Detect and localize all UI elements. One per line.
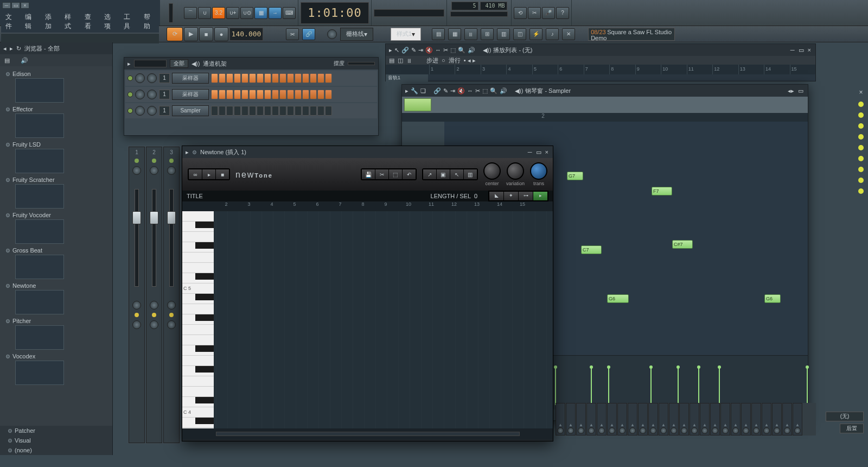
browser-footer-(none)[interactable]: (none) (0, 445, 112, 455)
tool-typing-kbd-icon[interactable]: ⌨ (283, 7, 296, 19)
note[interactable]: G6 (607, 294, 629, 303)
nt-min-icon[interactable]: ─ (527, 149, 533, 156)
step-button[interactable] (287, 73, 294, 83)
stop-button[interactable]: ■ (199, 27, 213, 41)
browser-thumb[interactable] (15, 219, 64, 244)
view-browser-icon[interactable]: ▥ (497, 28, 510, 40)
browser-item-Effector[interactable]: Effector (4, 105, 108, 113)
playlist-menu-icon[interactable]: ▸ (389, 47, 392, 54)
playlist-close-icon[interactable]: × (807, 47, 812, 54)
browser-item-Edison[interactable]: Edison (4, 70, 108, 78)
mix-insert-23[interactable]: ▲ (793, 403, 802, 436)
velocity-bar[interactable] (719, 367, 720, 405)
undo-history-icon[interactable]: ⟲ (514, 7, 527, 19)
playlist-tool-zoom-icon[interactable]: 🔍 (458, 47, 465, 54)
play-button[interactable]: ▶ (184, 27, 198, 41)
nt-tab-2[interactable]: ✦ (504, 192, 518, 200)
nt-piano-key[interactable] (182, 345, 214, 356)
playlist-tool-mute-icon[interactable]: 🔇 (425, 47, 433, 54)
view-pianoroll-icon[interactable]: ▦ (448, 28, 461, 40)
track-header[interactable]: 音轨1 (386, 74, 428, 82)
channel-name[interactable]: Sampler (172, 105, 209, 116)
cut-icon[interactable]: ✂ (528, 7, 541, 19)
mix-insert-14[interactable]: ▲ (700, 403, 710, 436)
browser-collapse-icon[interactable]: ▤ (4, 57, 10, 64)
close-windows-icon[interactable]: ✕ (562, 28, 575, 40)
step-button[interactable] (257, 73, 264, 83)
pr-tool-mute-icon[interactable]: 🔇 (457, 87, 465, 94)
browser-back-icon[interactable]: ◂ (3, 45, 7, 52)
channel-led[interactable] (127, 75, 133, 81)
nt-knob-trans[interactable] (530, 162, 547, 180)
pr-min-icon[interactable]: ◂▸ (787, 87, 795, 94)
browser-refresh-icon[interactable]: ↻ (16, 45, 21, 52)
track-fader[interactable] (169, 189, 174, 287)
pr-tool-zoom-icon[interactable]: 🔍 (490, 87, 497, 94)
track-fader[interactable] (152, 189, 156, 287)
step-button[interactable] (317, 90, 324, 99)
playlist-tool-slice-icon[interactable]: ✂ (443, 47, 448, 54)
step-button[interactable] (226, 73, 233, 83)
tool-countdown-icon[interactable]: ∪⊙ (240, 7, 253, 19)
step-button[interactable] (302, 90, 309, 99)
browser-item-Vocodex[interactable]: Vocodex (4, 352, 108, 361)
step-button[interactable] (317, 73, 324, 83)
nt-knob-center[interactable] (483, 162, 501, 180)
browser-thumb[interactable] (15, 361, 64, 385)
pr-max-icon[interactable]: ▭ (797, 87, 805, 94)
browser-thumb[interactable] (15, 255, 64, 279)
mix-insert-0[interactable]: ▲ (556, 403, 565, 436)
step-button[interactable] (226, 106, 233, 116)
step-button[interactable] (264, 106, 271, 116)
mix-insert-21[interactable]: ▲ (772, 403, 782, 436)
velocity-bar[interactable] (678, 367, 679, 405)
nt-save-icon[interactable]: 💾 (362, 169, 375, 179)
nt-max-icon[interactable]: ▭ (535, 149, 542, 156)
pr-tool-select-icon[interactable]: ⬚ (482, 87, 488, 94)
mix-insert-5[interactable]: ▲ (607, 403, 617, 436)
snap-knob[interactable] (327, 29, 337, 39)
tool-magnet-icon[interactable]: ⌒ (184, 7, 197, 19)
velocity-bar[interactable] (591, 367, 592, 405)
step-button[interactable] (219, 73, 226, 83)
note[interactable]: C7 (581, 245, 602, 254)
step-button[interactable] (310, 73, 317, 83)
browser-item-Pitcher[interactable]: Pitcher (4, 317, 108, 325)
browser-fwd-icon[interactable]: ▸ (10, 45, 13, 52)
step-button[interactable] (211, 73, 218, 83)
menu-添加[interactable]: 添加 (41, 11, 60, 33)
pr-clip-header[interactable] (402, 97, 808, 113)
menu-文件[interactable]: 文件 (1, 11, 21, 33)
step-button[interactable] (272, 106, 279, 116)
pl-toolbar2-icon2[interactable]: ◫ (398, 57, 403, 64)
step-button[interactable] (310, 90, 317, 99)
nt-piano-key[interactable] (182, 273, 214, 283)
velocity-bar[interactable] (555, 367, 556, 405)
step-button[interactable] (325, 73, 332, 83)
step-button[interactable] (249, 90, 256, 99)
mix-insert-9[interactable]: ▲ (648, 403, 658, 436)
track-led[interactable] (135, 159, 139, 163)
step-button[interactable] (279, 90, 286, 99)
playlist-min-icon[interactable]: ─ (789, 47, 796, 54)
step-button[interactable] (234, 73, 241, 83)
note[interactable]: G7 (567, 172, 583, 180)
mix-insert-17[interactable]: ▲ (731, 403, 741, 436)
project-hint[interactable]: 08/23 Square a Saw FL Studio Demo (588, 28, 675, 41)
live-mode-icon[interactable]: 🔗 (302, 28, 315, 40)
tempo-display[interactable]: 140.000 (229, 28, 263, 41)
step-button[interactable] (264, 73, 271, 83)
nt-cut-icon[interactable]: ✂ (375, 169, 388, 179)
nt-menu-icon[interactable]: ▸ (186, 149, 189, 156)
track-pan[interactable] (150, 166, 158, 175)
view-tempo-icon[interactable]: ♪ (546, 28, 559, 40)
track-led[interactable] (169, 159, 174, 163)
channel-vol-knob[interactable] (147, 106, 157, 116)
channel-speaker-icon[interactable]: ◀)) (192, 60, 200, 67)
view-plugin1-icon[interactable]: ◫ (513, 28, 526, 40)
step-button[interactable] (234, 90, 241, 99)
channel-led[interactable] (127, 108, 133, 113)
mix-insert-13[interactable]: ▲ (690, 403, 699, 436)
pattern-song-toggle[interactable]: ⟳ (167, 27, 183, 41)
channel-filter[interactable]: 全部 (170, 59, 188, 68)
